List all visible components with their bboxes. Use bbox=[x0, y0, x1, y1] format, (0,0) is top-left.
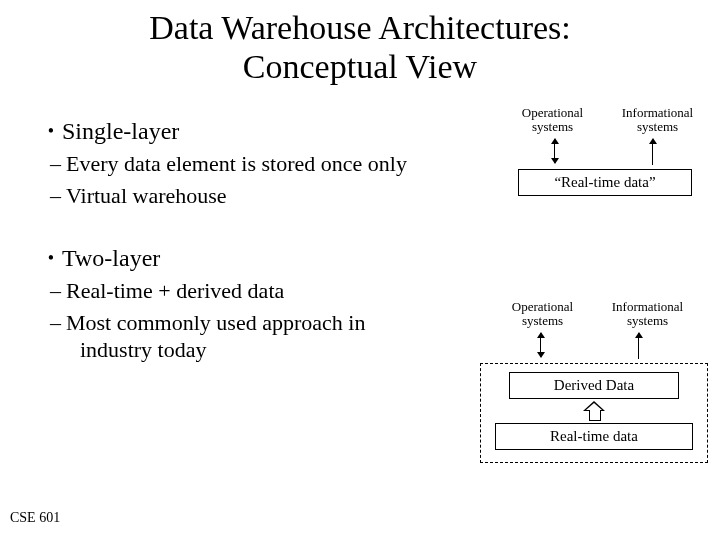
diagram-two-layer: Operational systems Informational system… bbox=[470, 300, 710, 463]
box-derived-data: Derived Data bbox=[509, 372, 679, 399]
label-informational-systems-2: Informational systems bbox=[608, 300, 688, 329]
dash-marker: – bbox=[50, 182, 66, 210]
box-realtime-data: “Real-time data” bbox=[518, 169, 692, 196]
sub-bullet-virtual-warehouse: –Virtual warehouse bbox=[66, 182, 490, 210]
dash-marker: – bbox=[50, 150, 66, 178]
label-operational-systems: Operational systems bbox=[513, 106, 593, 135]
double-arrow-icon bbox=[554, 139, 555, 163]
diagram-single-layer: Operational systems Informational system… bbox=[500, 106, 710, 196]
bullet-single-label: Single-layer bbox=[62, 118, 179, 144]
sub-bullet-most-common-cont: industry today bbox=[80, 336, 490, 364]
bullet-single-layer: Single-layer bbox=[40, 116, 490, 146]
dash-marker: – bbox=[50, 277, 66, 305]
up-arrow-icon bbox=[652, 139, 653, 165]
box-realtime-data-2: Real-time data bbox=[495, 423, 693, 450]
sub-bullet-realtime-derived: –Real-time + derived data bbox=[66, 277, 490, 305]
title-line-2: Conceptual View bbox=[243, 48, 477, 85]
bullet-two-layer: Two-layer bbox=[40, 243, 490, 273]
dashed-container: Derived Data Real-time data bbox=[480, 363, 708, 463]
block-up-arrow-icon bbox=[583, 401, 605, 421]
label-operational-systems-2: Operational systems bbox=[503, 300, 583, 329]
up-arrow-icon bbox=[638, 333, 639, 359]
double-arrow-icon bbox=[540, 333, 541, 357]
title-line-1: Data Warehouse Architectures: bbox=[149, 9, 570, 46]
slide-body: Single-layer –Every data element is stor… bbox=[40, 110, 490, 364]
bullet-two-label: Two-layer bbox=[62, 245, 160, 271]
label-informational-systems: Informational systems bbox=[618, 106, 698, 135]
sub-bullet-most-common: –Most commonly used approach in bbox=[66, 309, 490, 337]
dash-marker: – bbox=[50, 309, 66, 337]
slide-title: Data Warehouse Architectures: Conceptual… bbox=[0, 8, 720, 86]
sub-bullet-stored-once: –Every data element is stored once only bbox=[66, 150, 490, 178]
slide-footer: CSE 601 bbox=[10, 510, 60, 526]
